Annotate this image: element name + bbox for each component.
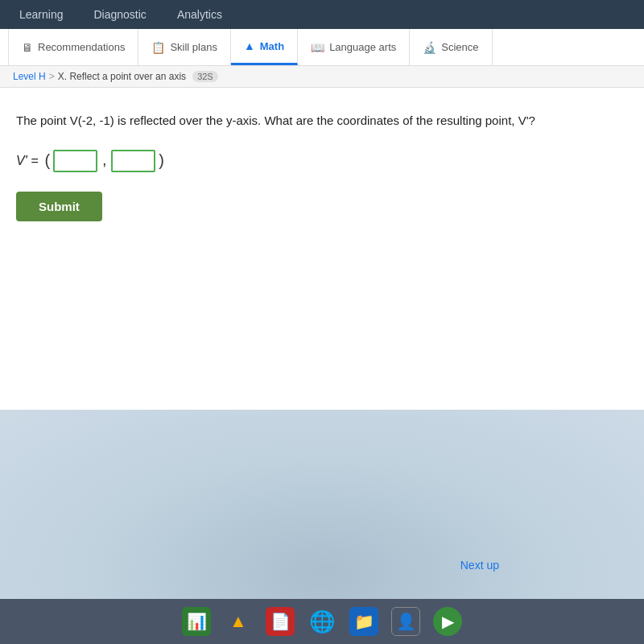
taskbar-drive-icon[interactable]: ▲ bbox=[224, 607, 253, 636]
submit-button[interactable]: Submit bbox=[16, 192, 102, 221]
x-coord-input[interactable] bbox=[53, 150, 97, 172]
tab-science-label: Science bbox=[441, 41, 478, 53]
tab-language-arts-label: Language arts bbox=[329, 41, 396, 53]
tab-skill-plans[interactable]: 📋 Skill plans bbox=[138, 29, 231, 65]
taskbar-sheets-icon[interactable]: 📊 bbox=[182, 607, 211, 636]
skill-plans-icon: 📋 bbox=[151, 41, 165, 54]
breadcrumb-level[interactable]: Level H bbox=[13, 71, 46, 82]
y-coord-input[interactable] bbox=[111, 150, 155, 172]
nav-learning[interactable]: Learning bbox=[16, 2, 67, 27]
taskbar-chrome-icon[interactable]: 🌐 bbox=[308, 607, 336, 636]
tab-math[interactable]: ▲ Math bbox=[231, 29, 298, 65]
answer-label: V' = bbox=[16, 154, 39, 168]
tab-math-label: Math bbox=[260, 40, 284, 52]
taskbar-people-icon[interactable]: 👤 bbox=[391, 607, 420, 636]
nav-analytics[interactable]: Analytics bbox=[174, 2, 225, 27]
tab-bar: 🖥 Recommendations 📋 Skill plans ▲ Math 📖… bbox=[0, 29, 644, 66]
taskbar-docs-icon[interactable]: 📄 bbox=[266, 607, 295, 636]
science-icon: 🔬 bbox=[423, 41, 436, 54]
taskbar-files-icon[interactable]: 📁 bbox=[349, 607, 378, 636]
open-paren: ( bbox=[45, 151, 51, 170]
top-nav: Learning Diagnostic Analytics bbox=[0, 0, 644, 29]
nav-diagnostic[interactable]: Diagnostic bbox=[91, 2, 150, 27]
breadcrumb-separator: > bbox=[49, 71, 55, 82]
tab-language-arts[interactable]: 📖 Language arts bbox=[298, 29, 410, 65]
language-arts-icon: 📖 bbox=[311, 41, 324, 54]
recommendations-icon: 🖥 bbox=[22, 41, 33, 54]
next-up[interactable]: Next up bbox=[460, 559, 499, 572]
breadcrumb-section: X. Reflect a point over an axis bbox=[58, 71, 186, 82]
taskbar-play-icon[interactable]: ▶ bbox=[433, 607, 462, 636]
tab-recommendations[interactable]: 🖥 Recommendations bbox=[8, 29, 138, 65]
comma-separator: , bbox=[102, 152, 106, 169]
breadcrumb: Level H > X. Reflect a point over an axi… bbox=[0, 66, 644, 88]
tab-skill-plans-label: Skill plans bbox=[170, 41, 217, 53]
breadcrumb-badge: 32S bbox=[192, 71, 218, 82]
answer-row: V' = ( , ) bbox=[16, 150, 628, 172]
main-content: The point V(-2, -1) is reflected over th… bbox=[0, 88, 644, 410]
taskbar: 📊 ▲ 📄 🌐 📁 👤 ▶ bbox=[0, 599, 644, 644]
math-icon: ▲ bbox=[244, 39, 255, 52]
question-text: The point V(-2, -1) is reflected over th… bbox=[16, 112, 580, 130]
close-paren: ) bbox=[159, 151, 164, 170]
page-wrapper: Learning Diagnostic Analytics 🖥 Recommen… bbox=[0, 0, 644, 644]
tab-science[interactable]: 🔬 Science bbox=[410, 29, 492, 65]
tab-recommendations-label: Recommendations bbox=[38, 41, 125, 53]
